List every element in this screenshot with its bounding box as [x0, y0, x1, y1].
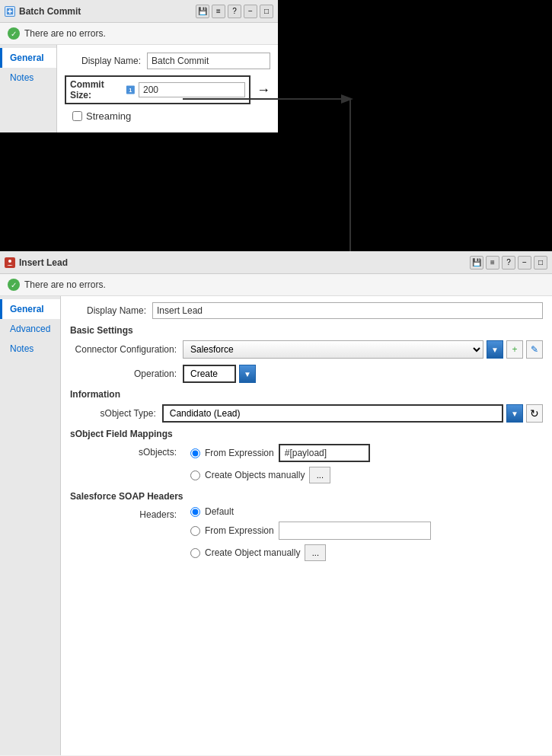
il-display-name-input[interactable]	[152, 302, 543, 319]
sobject-refresh-btn[interactable]: ↻	[526, 404, 543, 423]
basic-settings-title: Basic Settings	[70, 325, 543, 336]
from-expression-label: From Expression	[205, 448, 274, 458]
status-ok-icon: ✓	[8, 27, 20, 40]
sobjects-row: sObjects: From Expression #[payload] Cre…	[70, 444, 543, 483]
sobject-type-value: Candidato (Lead)	[170, 408, 241, 419]
commit-size-label: Commit Size:	[70, 79, 123, 100]
headers-from-expression-radio[interactable]	[190, 526, 200, 536]
from-expression-radio-row: From Expression #[payload]	[190, 444, 370, 462]
headers-radio-group: Default From Expression Create Object ma…	[190, 506, 431, 561]
save-icon[interactable]: 💾	[196, 5, 209, 18]
insert-lead-main: Display Name: Basic Settings Connector C…	[61, 296, 552, 755]
arrow-right-icon: →	[257, 82, 270, 98]
il-display-name-label: Display Name:	[70, 305, 146, 316]
commit-size-box: Commit Size: 1	[65, 75, 250, 104]
status-text: There are no errors.	[24, 28, 106, 39]
create-objects-manually-btn[interactable]: ...	[309, 467, 330, 483]
commit-size-icon: 1	[126, 85, 136, 95]
default-radio[interactable]	[190, 507, 200, 517]
menu-icon[interactable]: ≡	[212, 5, 225, 18]
svg-text:1: 1	[129, 87, 132, 94]
maximize-icon[interactable]: □	[260, 5, 273, 18]
il-save-icon[interactable]: 💾	[470, 256, 483, 270]
sidebar-item-notes[interactable]: Notes	[0, 68, 56, 88]
il-sidebar-advanced[interactable]: Advanced	[0, 319, 60, 339]
default-label: Default	[205, 506, 234, 517]
operation-box: Create	[183, 365, 236, 383]
insert-lead-title: Insert Lead	[19, 257, 470, 268]
sobject-type-row: sObject Type: Candidato (Lead) ▼ ↻	[70, 404, 543, 423]
connector-config-select-wrapper: Salesforce ▼ + ✎	[183, 340, 543, 359]
display-name-input[interactable]	[147, 53, 270, 69]
connector-config-label: Connector Configuration:	[70, 344, 177, 355]
batch-commit-title-controls: 💾 ≡ ? − □	[196, 5, 273, 18]
insert-lead-panel: Insert Lead 💾 ≡ ? − □ ✓ There are no err…	[0, 251, 552, 756]
il-help-icon[interactable]: ?	[502, 256, 515, 270]
il-menu-icon[interactable]: ≡	[486, 256, 499, 270]
svg-point-11	[8, 260, 11, 263]
connector-config-dropdown-btn[interactable]: ▼	[487, 340, 503, 359]
il-status-ok-icon: ✓	[8, 279, 20, 291]
batch-commit-title: Batch Commit	[19, 6, 196, 17]
create-object-manually-radio[interactable]	[190, 548, 200, 558]
streaming-row: Streaming	[72, 110, 270, 122]
create-object-manually-row: Create Object manually ...	[190, 544, 431, 561]
operation-row: Operation: Create ▼	[70, 365, 543, 383]
minimize-icon[interactable]: −	[244, 5, 257, 18]
il-minimize-icon[interactable]: −	[518, 256, 531, 270]
payload-value: #[payload]	[285, 448, 327, 458]
connector-config-row: Connector Configuration: Salesforce ▼ + …	[70, 340, 543, 359]
gap-area	[0, 189, 552, 250]
headers-from-expression-label: From Expression	[205, 525, 274, 536]
il-sidebar-general[interactable]: General	[0, 299, 60, 319]
create-object-manually-label: Create Object manually	[205, 547, 300, 558]
insert-lead-title-controls: 💾 ≡ ? − □	[470, 256, 547, 270]
sidebar-item-general[interactable]: General	[0, 48, 56, 68]
insert-lead-status-bar: ✓ There are no errors.	[0, 274, 552, 296]
batch-commit-panel: Batch Commit 💾 ≡ ? − □ ✓ There are no er…	[0, 0, 278, 132]
sobject-type-box: Candidato (Lead)	[162, 404, 503, 423]
batch-commit-title-icon	[5, 6, 15, 17]
headers-from-expression-row: From Expression	[190, 522, 431, 540]
streaming-label: Streaming	[86, 110, 131, 122]
sobject-field-mappings-title: sObject Field Mappings	[70, 429, 543, 439]
batch-commit-titlebar: Batch Commit 💾 ≡ ? − □	[0, 0, 278, 23]
insert-lead-titlebar: Insert Lead 💾 ≡ ? − □	[0, 251, 552, 274]
il-sidebar-notes[interactable]: Notes	[0, 339, 60, 359]
connector-config-select[interactable]: Salesforce	[183, 340, 483, 359]
streaming-checkbox[interactable]	[72, 111, 82, 121]
il-display-name-row: Display Name:	[70, 302, 543, 319]
commit-size-input[interactable]	[139, 82, 245, 97]
insert-lead-content: General Advanced Notes Display Name: Bas…	[0, 296, 552, 755]
commit-size-row: Commit Size: 1 →	[65, 75, 270, 104]
connector-add-btn[interactable]: +	[506, 340, 523, 359]
help-icon[interactable]: ?	[228, 5, 241, 18]
create-objects-manually-label: Create Objects manually	[205, 470, 305, 480]
sobject-type-label: sObject Type:	[70, 408, 156, 419]
display-name-row: Display Name:	[65, 53, 270, 69]
sobject-type-dropdown-btn[interactable]: ▼	[506, 404, 523, 423]
insert-lead-title-icon	[5, 257, 15, 268]
from-expression-radio[interactable]	[190, 448, 200, 458]
operation-dropdown-btn[interactable]: ▼	[239, 365, 256, 383]
il-maximize-icon[interactable]: □	[534, 256, 547, 270]
operation-select-wrapper: Create ▼	[183, 365, 543, 383]
create-objects-manually-radio-row: Create Objects manually ...	[190, 467, 370, 483]
connector-edit-btn[interactable]: ✎	[526, 340, 543, 359]
headers-label: Headers:	[70, 506, 177, 520]
headers-row: Headers: Default From Expression	[70, 506, 543, 561]
operation-label: Operation:	[70, 368, 177, 379]
sobjects-label: sObjects:	[70, 444, 177, 458]
create-object-manually-btn[interactable]: ...	[305, 544, 326, 561]
default-radio-row: Default	[190, 506, 431, 517]
insert-lead-sidebar: General Advanced Notes	[0, 296, 61, 755]
display-name-label: Display Name:	[65, 56, 141, 66]
il-status-text: There are no errors.	[24, 279, 106, 290]
operation-value: Create	[190, 368, 218, 379]
sobjects-radio-group: From Expression #[payload] Create Object…	[190, 444, 370, 483]
batch-commit-content: General Notes Display Name: Commit Size:…	[0, 45, 278, 132]
batch-commit-main: Display Name: Commit Size: 1 → Strea	[57, 45, 278, 132]
information-title: Information	[70, 389, 543, 400]
headers-from-expression-input[interactable]	[279, 522, 431, 540]
create-objects-manually-radio[interactable]	[190, 471, 200, 480]
